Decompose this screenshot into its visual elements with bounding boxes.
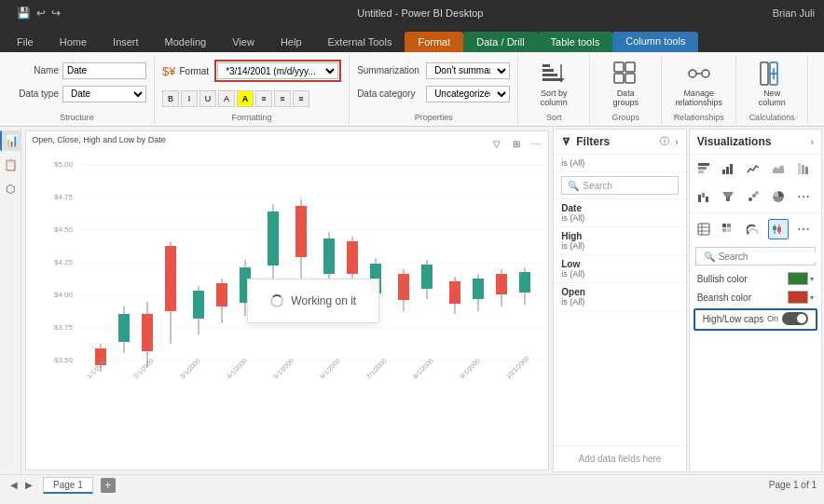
- page-status: Page 1 of 1: [769, 480, 817, 490]
- bearish-color-box[interactable]: [788, 291, 808, 304]
- tab-insert[interactable]: Insert: [100, 32, 152, 52]
- high-low-caps-section: High/Low caps On: [694, 308, 817, 331]
- tab-column-tools[interactable]: Column tools: [612, 32, 698, 52]
- bullish-color-picker[interactable]: ▾: [788, 272, 814, 285]
- datatype-select[interactable]: Date: [62, 86, 146, 102]
- expand-tool-btn[interactable]: ⊞: [508, 135, 525, 152]
- viz-funnel[interactable]: [718, 186, 738, 207]
- high-low-caps-toggle[interactable]: [782, 312, 808, 325]
- tab-modeling[interactable]: Modeling: [152, 32, 220, 52]
- datacategory-select[interactable]: Uncategorized: [426, 86, 510, 102]
- svg-rect-100: [722, 228, 726, 232]
- viz-more2[interactable]: ⋯: [793, 219, 814, 239]
- svg-rect-6: [625, 62, 635, 72]
- bullish-color-box[interactable]: [788, 272, 808, 285]
- viz-ribbon-chart[interactable]: [793, 158, 814, 179]
- format-select[interactable]: *3/14/2001 (m/d/yyy...: [217, 62, 338, 79]
- filter-item-all[interactable]: is (All): [554, 155, 685, 172]
- tab-file[interactable]: File: [4, 32, 47, 52]
- viz-area-chart[interactable]: [768, 158, 789, 179]
- viz-waterfall[interactable]: [694, 186, 714, 207]
- viz-bar-chart[interactable]: [718, 158, 738, 179]
- tab-table-tools[interactable]: Table tools: [538, 32, 613, 52]
- svg-rect-85: [805, 167, 808, 174]
- viz-table[interactable]: [694, 219, 714, 239]
- viz-stacked-bar[interactable]: [694, 158, 714, 179]
- filter-high-name: High: [561, 231, 678, 241]
- bearish-color-picker[interactable]: ▾: [788, 291, 814, 304]
- left-icon-model[interactable]: ⬡: [0, 179, 21, 199]
- search-icon: 🔍: [568, 181, 579, 191]
- tab-format[interactable]: Format: [405, 32, 463, 52]
- filters-search-box[interactable]: 🔍 Search: [561, 176, 678, 195]
- viz-line-chart[interactable]: [743, 158, 763, 179]
- viz-candlestick-selected[interactable]: [768, 219, 789, 239]
- calculations-group-label: Calculations: [749, 111, 795, 122]
- more-tool-btn[interactable]: ⋯: [528, 135, 544, 152]
- window-title: Untitled - Power BI Desktop: [68, 7, 773, 19]
- manage-relationships-btn[interactable]: Managerelationships: [671, 57, 727, 111]
- viz-gauge[interactable]: [743, 219, 763, 239]
- viz-matrix[interactable]: [718, 219, 738, 239]
- tab-help[interactable]: Help: [268, 32, 315, 52]
- page-1-tab[interactable]: Page 1: [43, 477, 93, 494]
- left-panel: 📊 📋 ⬡: [0, 127, 21, 474]
- svg-rect-51: [347, 241, 358, 274]
- bottom-bar: ◀ ▶ Page 1 + Page 1 of 1: [0, 474, 824, 495]
- font-bg-btn[interactable]: A: [237, 90, 254, 107]
- datacategory-row: Data category Uncategorized: [357, 86, 510, 102]
- tab-view[interactable]: View: [219, 32, 268, 52]
- prev-page-btn[interactable]: ◀: [7, 479, 21, 492]
- tab-data-drill[interactable]: Data / Drill: [463, 32, 537, 52]
- filter-item-open[interactable]: Open is (All): [554, 283, 685, 311]
- tab-external-tools[interactable]: External Tools: [315, 32, 405, 52]
- datacategory-label: Data category: [357, 89, 422, 99]
- redo-icon[interactable]: ↪: [51, 7, 61, 20]
- sort-by-column-btn[interactable]: Sort bycolumn: [526, 57, 582, 111]
- undo-icon[interactable]: ↩: [36, 7, 46, 20]
- toggle-on-label: On: [767, 314, 778, 323]
- viz-search-input[interactable]: [719, 252, 822, 262]
- bearish-color-caret[interactable]: ▾: [810, 293, 814, 302]
- chart-container[interactable]: Open, Close, High and Low by Date ▽ ⊞ ⋯ …: [25, 130, 549, 470]
- bullish-color-caret[interactable]: ▾: [810, 275, 814, 283]
- align-right-btn[interactable]: ≡: [293, 90, 309, 107]
- viz-expand-btn[interactable]: ›: [811, 137, 814, 147]
- summarization-select[interactable]: Don't summarize: [426, 62, 510, 79]
- toggle-thumb: [797, 314, 806, 323]
- svg-rect-94: [698, 224, 709, 235]
- svg-rect-8: [625, 74, 635, 83]
- filter-item-low[interactable]: Low is (All): [554, 255, 685, 283]
- filter-item-date[interactable]: Date is (All): [554, 199, 685, 227]
- filters-header: ⛛ Filters ⓘ ›: [554, 129, 685, 155]
- bold-btn[interactable]: B: [162, 90, 179, 107]
- viz-scatter[interactable]: [743, 186, 763, 207]
- new-column-btn[interactable]: Newcolumn: [744, 57, 800, 111]
- sort-group-label: Sort: [546, 111, 562, 122]
- viz-icons-row2: ⋯: [690, 183, 821, 211]
- viz-title: Visualizations: [697, 135, 772, 148]
- data-groups-btn[interactable]: Datagroups: [597, 57, 653, 111]
- svg-rect-77: [698, 167, 707, 170]
- viz-more-dots[interactable]: ⋯: [793, 186, 814, 207]
- visualizations-panel: Visualizations ›: [689, 129, 822, 472]
- filter-item-high[interactable]: High is (All): [554, 227, 685, 255]
- viz-pie-chart[interactable]: [768, 186, 789, 207]
- filter-tool-btn[interactable]: ▽: [488, 135, 505, 152]
- underline-btn[interactable]: U: [199, 90, 216, 107]
- align-center-btn[interactable]: ≡: [274, 90, 291, 107]
- font-color-btn[interactable]: A: [218, 90, 235, 107]
- tab-home[interactable]: Home: [47, 32, 100, 52]
- left-icon-report[interactable]: 📊: [0, 130, 21, 151]
- name-input[interactable]: [62, 62, 146, 79]
- filters-expand-icon[interactable]: ›: [675, 137, 678, 147]
- filters-info-icon[interactable]: ⓘ: [660, 135, 669, 148]
- filters-search-area: 🔍 Search: [554, 172, 685, 199]
- add-page-btn[interactable]: +: [101, 478, 116, 493]
- save-icon[interactable]: 💾: [17, 7, 31, 20]
- next-page-btn[interactable]: ▶: [22, 479, 35, 492]
- filter-icon: ⛛: [561, 135, 572, 148]
- align-left-btn[interactable]: ≡: [255, 90, 272, 107]
- italic-btn[interactable]: I: [181, 90, 198, 107]
- left-icon-data[interactable]: 📋: [0, 155, 21, 175]
